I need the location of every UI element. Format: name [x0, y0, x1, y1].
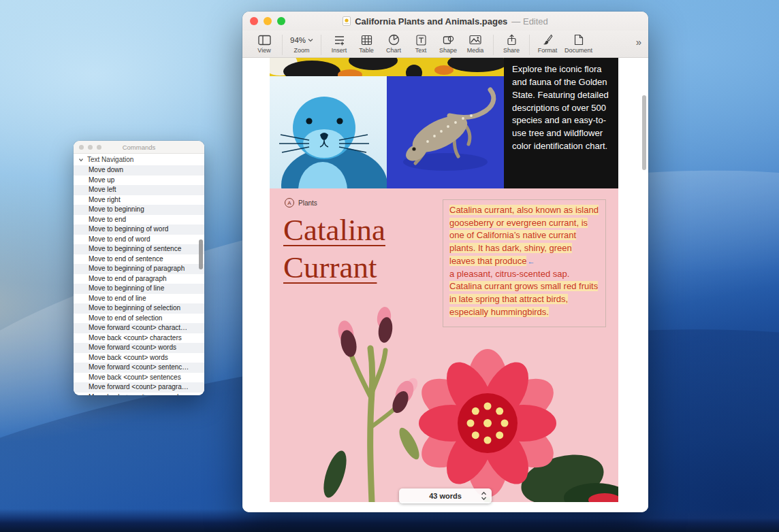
- toolbar-button-text[interactable]: Text: [407, 33, 434, 54]
- word-count-pill[interactable]: 43 words: [399, 488, 492, 503]
- toolbar-divider: [321, 35, 321, 55]
- toolbar-button-chart[interactable]: Chart: [380, 33, 407, 54]
- toolbar-divider: [282, 35, 283, 55]
- image-yellow-detail[interactable]: [270, 58, 504, 76]
- toolbar-button-share[interactable]: Share: [498, 33, 525, 54]
- command-item[interactable]: Move to end: [74, 215, 204, 225]
- table-icon: [361, 33, 372, 46]
- toolbar-button-document[interactable]: Document: [561, 33, 596, 54]
- command-item[interactable]: Move to end of word: [74, 235, 204, 245]
- commands-window-title: Commands: [123, 144, 156, 151]
- command-item[interactable]: Move forward <count> paragra…: [74, 382, 204, 393]
- pages-titlebar[interactable]: California Plants and Animals.pages — Ed…: [242, 12, 648, 31]
- command-item[interactable]: Move to end of sentence: [74, 254, 204, 265]
- scrollbar-thumb[interactable]: [642, 95, 646, 170]
- word-count-stepper-icon[interactable]: [481, 491, 487, 502]
- section-badge: A Plants: [285, 198, 317, 207]
- section-label: Text Navigation: [87, 156, 133, 163]
- toolbar-overflow-chevron[interactable]: »: [636, 36, 640, 48]
- desktop: Commands Text Navigation Move downMove u…: [0, 0, 779, 532]
- intro-text: Explore the iconic flora and fauna of th…: [512, 63, 610, 153]
- command-item[interactable]: Move to beginning of word: [74, 225, 204, 235]
- toolbar-button-zoom[interactable]: 94% Zoom: [287, 33, 317, 54]
- command-item[interactable]: Move to beginning: [74, 205, 204, 215]
- pages-window: California Plants and Animals.pages — Ed…: [242, 12, 648, 512]
- toolbar-button-shape[interactable]: Shape: [434, 33, 462, 54]
- section-header-text-navigation[interactable]: Text Navigation: [74, 154, 204, 165]
- wallpaper-bottom-band: [0, 509, 779, 532]
- toolbar-button-media[interactable]: Media: [462, 33, 489, 54]
- lizard-illustration: [387, 76, 504, 188]
- chevron-down-icon: [78, 157, 84, 163]
- image-lizard[interactable]: [387, 76, 504, 188]
- toolbar-divider: [493, 35, 494, 55]
- chevron-down-icon: [308, 38, 313, 42]
- document-canvas[interactable]: Explore the iconic flora and fauna of th…: [242, 58, 648, 512]
- close-button[interactable]: [250, 17, 258, 25]
- media-icon: [469, 33, 481, 46]
- command-item[interactable]: Move to beginning of paragraph: [74, 264, 204, 274]
- command-item[interactable]: Move down: [74, 165, 204, 176]
- format-brush-icon: [542, 33, 553, 46]
- command-item[interactable]: Move back <count> words: [74, 353, 204, 363]
- text-icon: [416, 33, 426, 46]
- page-title[interactable]: Catalina Currant: [283, 212, 385, 287]
- view-sidebar-icon: [258, 33, 271, 46]
- command-item[interactable]: Move to end of paragraph: [74, 274, 204, 284]
- edited-label: — Edited: [511, 16, 547, 27]
- command-item[interactable]: Move to end of selection: [74, 314, 204, 324]
- command-item[interactable]: Move forward <count> charact…: [74, 323, 204, 333]
- document-icon: [574, 33, 584, 46]
- share-icon: [507, 33, 517, 46]
- flower-illustration[interactable]: [270, 290, 618, 502]
- minimize-button[interactable]: [264, 17, 272, 25]
- word-count-label: 43 words: [429, 492, 462, 500]
- window-title: California Plants and Animals.pages: [355, 16, 507, 27]
- document-proxy-icon: [343, 16, 351, 26]
- command-item[interactable]: Move forward <count> words: [74, 343, 204, 353]
- image-seal[interactable]: [270, 76, 387, 188]
- seal-illustration: [270, 76, 387, 188]
- line-break-marker-icon: ←: [526, 257, 535, 265]
- insert-icon: [334, 33, 345, 46]
- command-item[interactable]: Move to beginning of line: [74, 284, 204, 294]
- minimize-button[interactable]: [88, 145, 93, 150]
- command-item[interactable]: Move to end of line: [74, 294, 204, 304]
- toolbar-button-table[interactable]: Table: [353, 33, 380, 54]
- command-item[interactable]: Move back <count> paragraphs: [74, 393, 204, 396]
- zoom-value: 94%: [290, 36, 306, 44]
- command-item[interactable]: Move right: [74, 195, 204, 205]
- toolbar-button-format[interactable]: Format: [534, 33, 561, 54]
- toolbar-button-insert[interactable]: Insert: [325, 33, 353, 54]
- toolbar-divider: [529, 35, 530, 55]
- command-item[interactable]: Move up: [74, 176, 204, 186]
- commands-window: Commands Text Navigation Move downMove u…: [74, 141, 204, 395]
- plants-section: A Plants Catalina Currant Catalina curra…: [270, 188, 618, 502]
- zoom-button[interactable]: [97, 145, 101, 150]
- intro-text-box[interactable]: Explore the iconic flora and fauna of th…: [504, 58, 618, 188]
- pages-toolbar: View 94% Zoom Insert Ta: [242, 31, 648, 58]
- command-item[interactable]: Move left: [74, 185, 204, 195]
- scrollbar-thumb[interactable]: [199, 239, 203, 269]
- close-button[interactable]: [79, 145, 84, 150]
- command-item[interactable]: Move back <count> characters: [74, 333, 204, 344]
- command-item[interactable]: Move to beginning of selection: [74, 303, 204, 314]
- badge-label: Plants: [298, 199, 317, 207]
- command-item[interactable]: Move back <count> sentences: [74, 373, 204, 383]
- chart-icon: [388, 33, 400, 46]
- yellow-illustration: [270, 58, 504, 76]
- badge-letter: A: [285, 198, 294, 207]
- command-item[interactable]: Move to beginning of sentence: [74, 244, 204, 254]
- toolbar-button-view[interactable]: View: [251, 33, 278, 54]
- command-item[interactable]: Move forward <count> sentenc…: [74, 363, 204, 373]
- commands-list: Move downMove upMove leftMove rightMove …: [74, 165, 204, 395]
- shape-icon: [443, 33, 454, 46]
- commands-titlebar[interactable]: Commands: [74, 141, 204, 154]
- zoom-button[interactable]: [277, 17, 285, 25]
